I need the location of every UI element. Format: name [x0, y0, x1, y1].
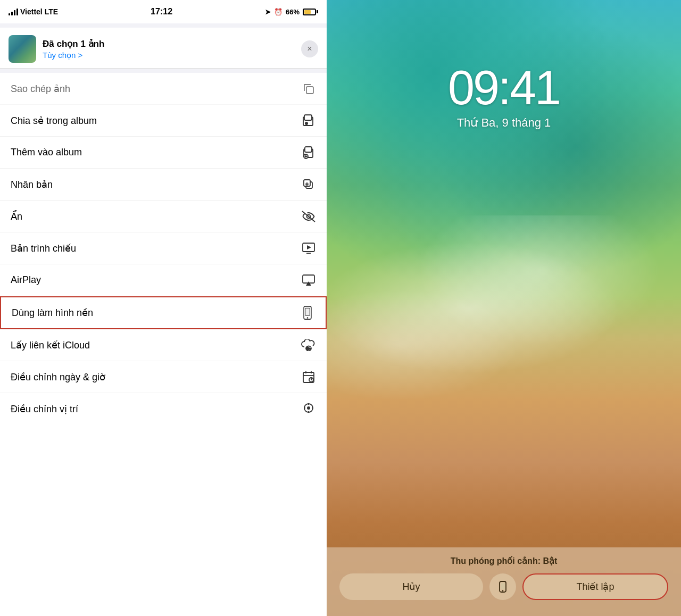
menu-item-wallpaper[interactable]: Dùng làm hình nền: [0, 296, 327, 329]
menu-item-share-album[interactable]: Chia sẻ trong album: [0, 105, 327, 137]
menu-item-icloud-link[interactable]: Lấy liên kết iCloud: [0, 329, 327, 361]
carrier-label: Viettel: [20, 7, 43, 16]
menu-item-duplicate[interactable]: Nhân bản: [0, 169, 327, 201]
status-time: 17:12: [151, 7, 172, 16]
menu-item-airplay[interactable]: AirPlay: [0, 264, 327, 296]
lockscreen-time-block: 09:41 Thứ Ba, 9 tháng 1: [327, 64, 681, 130]
action-buttons: Hủy Thiết lập: [339, 573, 668, 600]
battery-pct: 66%: [286, 8, 300, 16]
battery-icon: [303, 9, 318, 15]
svg-point-41: [502, 590, 503, 591]
lockscreen-bottom-bar: Thu phóng phối cảnh: Bật Hủy Thiết lập: [327, 547, 681, 616]
signal-icon: [9, 8, 18, 15]
copy-photo-icon: [301, 81, 316, 96]
perspective-text: Thu phóng phối cảnh: Bật: [339, 556, 668, 566]
phone-icon-button[interactable]: [489, 573, 516, 600]
share-header: Đã chọn 1 ảnh Tùy chọn > ×: [0, 28, 327, 69]
icloud-link-icon: [301, 338, 316, 353]
add-album-icon: [301, 145, 316, 160]
status-right: ➤ ⏰ 66%: [265, 8, 318, 16]
wallpaper-icon: [300, 305, 315, 320]
left-panel: Viettel LTE 17:12 ➤ ⏰ 66% Đã chọn 1 ảnh …: [0, 0, 327, 616]
menu-item-adjust-date[interactable]: Điều chỉnh ngày & giờ: [0, 361, 327, 393]
airplay-icon: [301, 273, 316, 288]
foam-layer: [327, 215, 681, 400]
share-subtitle[interactable]: Tùy chọn >: [43, 51, 295, 60]
cancel-button[interactable]: Hủy: [339, 573, 483, 600]
menu-item-adjust-location[interactable]: Điều chỉnh vị trí: [0, 393, 327, 425]
svg-rect-21: [305, 308, 310, 315]
svg-rect-3: [304, 115, 312, 120]
location-icon: ➤: [265, 8, 271, 16]
lockscreen-clock: 09:41: [327, 64, 681, 112]
adjust-location-icon: [301, 402, 316, 417]
svg-rect-40: [501, 583, 505, 589]
svg-marker-16: [307, 245, 311, 249]
duplicate-icon: [301, 177, 316, 192]
menu-item-hide[interactable]: Ẩn: [0, 201, 327, 232]
svg-point-22: [307, 317, 309, 319]
svg-point-2: [305, 122, 308, 125]
setup-button[interactable]: Thiết lập: [522, 573, 668, 600]
menu-item-slideshow[interactable]: Bản trình chiếu: [0, 232, 327, 264]
hide-icon: [301, 209, 316, 224]
menu-item-add-album[interactable]: Thêm vào album: [0, 137, 327, 169]
share-thumbnail: [9, 35, 36, 63]
svg-rect-6: [305, 147, 312, 152]
carrier-info: Viettel LTE: [9, 7, 58, 16]
share-title: Đã chọn 1 ảnh: [43, 38, 295, 49]
svg-rect-0: [306, 87, 313, 94]
menu-list: Sao chép ảnh Chia sẻ trong album Thêm: [0, 73, 327, 616]
network-label: LTE: [45, 7, 58, 16]
status-bar-left: Viettel LTE 17:12 ➤ ⏰ 66%: [0, 0, 327, 23]
alarm-icon: ⏰: [274, 8, 283, 16]
menu-item-copy-photo[interactable]: Sao chép ảnh: [0, 73, 327, 105]
close-button[interactable]: ×: [301, 40, 318, 57]
adjust-date-icon: [301, 370, 316, 385]
slideshow-icon: [301, 241, 316, 256]
right-panel: 09:41 Thứ Ba, 9 tháng 1 Thu phóng phối c…: [327, 0, 681, 616]
share-album-icon: [301, 113, 316, 128]
share-header-text: Đã chọn 1 ảnh Tùy chọn >: [43, 38, 295, 60]
lockscreen-date: Thứ Ba, 9 tháng 1: [327, 116, 681, 130]
svg-marker-19: [306, 281, 311, 286]
svg-point-34: [307, 406, 310, 410]
